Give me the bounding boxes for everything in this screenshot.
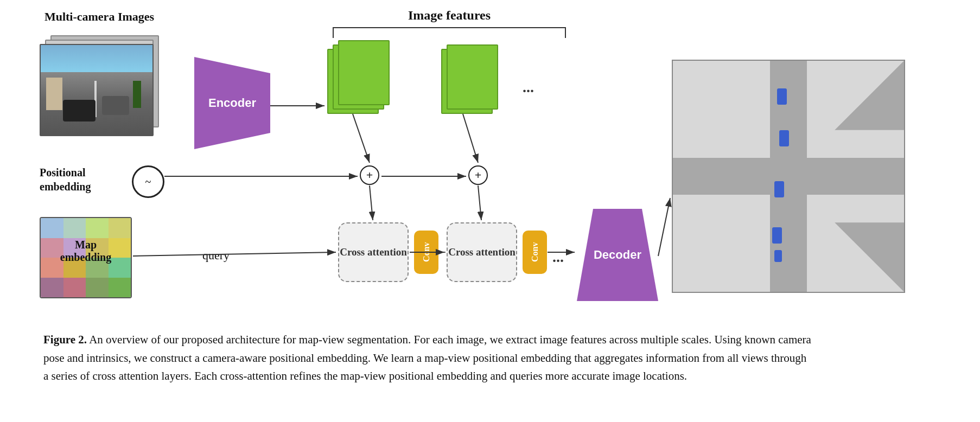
map-cell-03 <box>109 218 131 238</box>
blue-marker-1 <box>777 88 787 105</box>
map-cell-31 <box>63 278 86 298</box>
features-ellipsis: ... <box>523 79 534 96</box>
map-embedding-label: Mapembedding <box>48 239 124 264</box>
cam-img-front <box>40 44 154 136</box>
road-diagonal-2 <box>835 222 904 292</box>
road-scene <box>41 45 152 135</box>
svg-line-11 <box>478 186 481 220</box>
road-building <box>46 78 62 110</box>
map-cell-02 <box>86 218 109 238</box>
result-map <box>673 61 904 292</box>
image-features-brace <box>333 27 566 38</box>
caption-area: Figure 2. An overview of our proposed ar… <box>22 331 836 386</box>
map-cell-33 <box>109 278 131 298</box>
result-image <box>672 60 905 293</box>
query-label: query <box>202 248 230 263</box>
positional-embedding-symbol: ~ <box>132 165 164 198</box>
caption-text: An overview of our proposed architecture… <box>43 333 811 382</box>
feat-map-1c <box>338 40 390 105</box>
diagram-area: Multi-camera Images Encoder <box>23 5 957 325</box>
road-car2 <box>102 96 129 115</box>
camera-images-stack <box>40 35 164 144</box>
map-cell-32 <box>86 278 109 298</box>
positional-embedding-label: Positionalembedding <box>40 165 126 194</box>
road-tree <box>133 81 141 108</box>
map-cell-30 <box>41 278 63 298</box>
plus-circle-2: + <box>468 165 488 185</box>
blue-marker-4 <box>772 227 782 244</box>
blue-marker-2 <box>779 130 789 146</box>
plus-icon-1: + <box>366 168 373 182</box>
svg-line-7 <box>463 114 478 163</box>
blue-marker-5 <box>774 250 782 262</box>
conv-box-2: Conv <box>523 231 547 274</box>
svg-text:Decoder: Decoder <box>594 248 641 261</box>
conv-label-1: Conv <box>422 242 431 262</box>
tilde-icon: ~ <box>145 176 151 188</box>
cross-attention-1-label: Cross attention <box>340 246 407 258</box>
plus-icon-2: + <box>475 168 482 182</box>
cross-attention-2: Cross attention <box>447 222 517 282</box>
decoder-box: Decoder <box>577 209 658 301</box>
svg-line-10 <box>370 186 373 220</box>
cross-attention-2-label: Cross attention <box>448 246 516 258</box>
svg-text:Encoder: Encoder <box>208 96 256 110</box>
road-horizontal <box>673 158 904 195</box>
multi-camera-label: Multi-camera Images <box>40 10 159 24</box>
image-features-label: Image features <box>327 8 571 23</box>
road-diagonal-1 <box>835 61 904 130</box>
feat-map-2b <box>447 44 498 110</box>
encoder-box: Encoder <box>194 57 270 149</box>
conv-label-2: Conv <box>530 242 540 262</box>
conv-box-1: Conv <box>414 231 438 274</box>
map-cell-00 <box>41 218 63 238</box>
svg-line-12 <box>133 252 336 256</box>
figure-number: Figure 2. <box>43 333 87 346</box>
cross-attention-1: Cross attention <box>338 222 409 282</box>
plus-circle-1: + <box>360 165 379 185</box>
main-container: Multi-camera Images Encoder <box>0 0 980 397</box>
svg-line-6 <box>353 114 370 163</box>
svg-line-16 <box>658 198 670 256</box>
map-cell-01 <box>63 218 86 238</box>
road-car <box>63 100 96 122</box>
blue-marker-3 <box>774 181 784 197</box>
decoder-ellipsis: ... <box>552 248 564 266</box>
